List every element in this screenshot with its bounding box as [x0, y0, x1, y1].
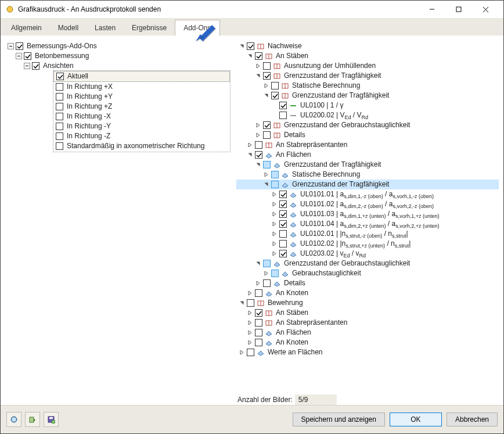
tree-item[interactable]: Betonbemessung: [5, 51, 236, 61]
checkbox[interactable]: [56, 142, 63, 150]
caret-closed-icon[interactable]: [255, 122, 261, 128]
tree-item[interactable]: Grenzzustand der Gebrauchstauglichkeit: [236, 120, 499, 130]
tree-item[interactable]: An Flächen: [236, 328, 499, 338]
tree-item[interactable]: In Richtung +X: [53, 82, 230, 92]
tree-item[interactable]: Ansichten: [5, 61, 236, 71]
tree-item[interactable]: Details: [236, 130, 499, 140]
tree-item[interactable]: In Richtung -Z: [53, 131, 230, 141]
checkbox[interactable]: [56, 83, 63, 91]
tree-item[interactable]: UL0100 | 1 / γ: [236, 101, 499, 110]
save-button[interactable]: [44, 412, 59, 427]
tree-item[interactable]: An Knoten: [236, 338, 499, 347]
tree-item[interactable]: Details: [236, 278, 499, 288]
collapse-icon[interactable]: [24, 63, 30, 69]
tree-item[interactable]: An Stäben: [236, 308, 499, 318]
checkbox[interactable]: [255, 151, 262, 159]
checkbox[interactable]: [255, 289, 262, 297]
caret-closed-icon[interactable]: [247, 320, 253, 326]
tree-item[interactable]: Grenzzustand der Tragfähigkeit: [236, 160, 499, 170]
caret-closed-icon[interactable]: [247, 290, 253, 296]
tree-item[interactable]: An Stabrepräsentanten: [236, 318, 499, 328]
tree-item[interactable]: Statische Berechnung: [236, 81, 499, 91]
checkbox[interactable]: [279, 230, 287, 238]
help-button[interactable]: [6, 412, 21, 427]
checkbox[interactable]: [247, 349, 254, 356]
checkbox[interactable]: [255, 319, 262, 327]
tree-item[interactable]: Ausnutzung der Umhüllenden: [236, 61, 499, 71]
checkbox[interactable]: [279, 220, 287, 228]
caret-open-icon[interactable]: [239, 300, 245, 306]
checkbox[interactable]: [263, 121, 271, 129]
checkbox[interactable]: [56, 103, 63, 110]
checkbox[interactable]: [271, 82, 279, 89]
caret-closed-icon[interactable]: [271, 250, 278, 257]
tab-modell[interactable]: Modell: [50, 20, 87, 35]
checkbox[interactable]: [255, 309, 262, 317]
ok-button[interactable]: OK: [390, 413, 442, 426]
tree-item[interactable]: Grenzzustand der Gebrauchstauglichkeit: [236, 259, 499, 268]
collapse-icon[interactable]: [8, 43, 14, 49]
caret-closed-icon[interactable]: [255, 63, 261, 69]
checkbox[interactable]: [279, 210, 287, 218]
tree-item[interactable]: Grenzzustand der Tragfähigkeit: [236, 180, 499, 189]
tree-item[interactable]: UL0102.02 | |ns,strut,+z (unten) / ns,st…: [236, 239, 499, 249]
checkbox[interactable]: [279, 250, 287, 257]
caret-closed-icon[interactable]: [263, 83, 269, 89]
tree-item[interactable]: Bemessungs-Add-Ons: [5, 41, 236, 51]
tab-lasten[interactable]: Lasten: [87, 20, 124, 35]
tree-item-current[interactable]: Aktuell: [53, 71, 230, 82]
cancel-button[interactable]: Abbrechen: [447, 413, 498, 426]
tree-item[interactable]: In Richtung -Y: [53, 121, 230, 131]
tree-item[interactable]: An Knoten: [236, 288, 499, 298]
checkbox[interactable]: [271, 92, 279, 99]
checkbox[interactable]: [279, 240, 287, 248]
checkbox[interactable]: [255, 52, 262, 60]
caret-closed-icon[interactable]: [247, 329, 253, 336]
caret-closed-icon[interactable]: [271, 211, 278, 217]
tree-item[interactable]: Nachweise: [236, 41, 499, 51]
checkbox[interactable]: [263, 131, 271, 139]
caret-open-icon[interactable]: [239, 43, 245, 49]
tab-add-ons[interactable]: Add-Ons: [175, 20, 219, 36]
checkbox[interactable]: [279, 112, 287, 119]
checkbox[interactable]: [263, 279, 271, 287]
tree-item[interactable]: Standardmäßig in axonometrischer Richtun…: [53, 141, 230, 151]
checkbox[interactable]: [56, 132, 63, 140]
close-button[interactable]: [472, 1, 499, 18]
checkbox[interactable]: [32, 62, 39, 70]
save-and-show-button[interactable]: Speichern und anzeigen: [293, 413, 385, 426]
checkbox[interactable]: [263, 72, 271, 80]
checkbox[interactable]: [24, 52, 31, 60]
checkbox[interactable]: [263, 260, 271, 267]
tree-item[interactable]: Grenzzustand der Tragfähigkeit: [236, 71, 499, 81]
checkbox[interactable]: [255, 141, 262, 149]
caret-open-icon[interactable]: [263, 92, 269, 99]
checkbox[interactable]: [16, 42, 23, 50]
caret-closed-icon[interactable]: [263, 270, 269, 277]
checkbox[interactable]: [56, 73, 64, 80]
caret-closed-icon[interactable]: [271, 201, 278, 207]
tree-item[interactable]: UL0101.01 | as,dim,1,-z (oben) / as,vorh…: [236, 189, 499, 199]
tree-item[interactable]: Bewehrung: [236, 298, 499, 308]
tree-item[interactable]: Gebrauchstauglichkeit: [236, 268, 499, 278]
tree-item[interactable]: Werte an Flächen: [236, 347, 499, 357]
collapse-icon[interactable]: [16, 53, 22, 59]
checkbox[interactable]: [247, 42, 254, 50]
tree-item[interactable]: In Richtung +Z: [53, 102, 230, 112]
checkbox[interactable]: [56, 113, 63, 120]
checkbox[interactable]: [255, 329, 262, 336]
caret-closed-icon[interactable]: [271, 191, 278, 198]
checkbox[interactable]: [271, 171, 279, 178]
caret-closed-icon[interactable]: [263, 171, 269, 178]
checkbox[interactable]: [255, 339, 262, 346]
tree-item[interactable]: UL0101.03 | as,dim,1,+z (unten) / as,vor…: [236, 209, 499, 219]
tree-item[interactable]: In Richtung -X: [53, 112, 230, 121]
tree-item[interactable]: An Stäben: [236, 51, 499, 61]
caret-closed-icon[interactable]: [247, 142, 253, 148]
caret-open-icon[interactable]: [255, 260, 261, 267]
caret-open-icon[interactable]: [247, 53, 253, 59]
tree-item[interactable]: UL0200.02 | VEd / VRd: [236, 110, 499, 120]
checkbox[interactable]: [247, 299, 254, 307]
caret-closed-icon[interactable]: [239, 349, 245, 356]
tab-allgemein[interactable]: Allgemein: [3, 20, 50, 35]
